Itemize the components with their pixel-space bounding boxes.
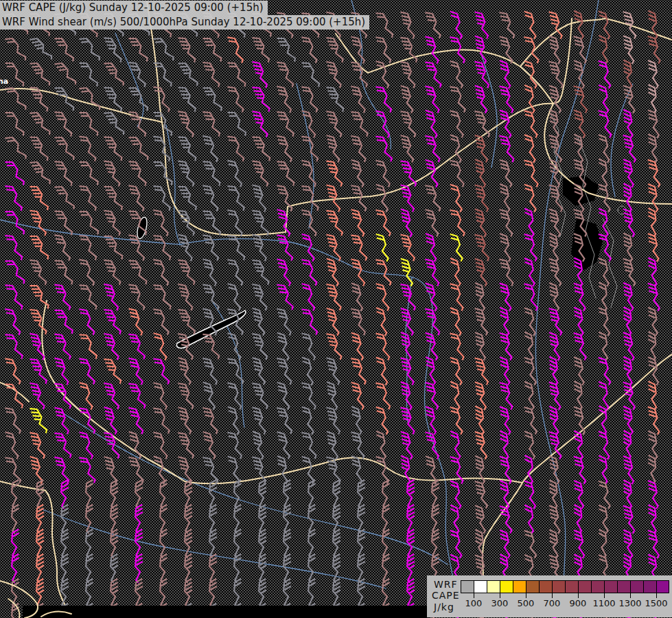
wind-barb xyxy=(277,109,294,139)
wind-barb xyxy=(5,282,23,312)
legend-tick-label: 300 xyxy=(486,598,513,608)
wind-barb xyxy=(500,381,513,411)
wind-barb xyxy=(178,109,194,139)
wind-barb xyxy=(258,505,267,534)
wind-barb xyxy=(5,35,27,63)
wind-barb xyxy=(104,282,119,312)
legend-tick-label: 1100 xyxy=(590,598,618,608)
wind-barb xyxy=(203,431,216,460)
wind-barb xyxy=(376,208,391,238)
wind-barb xyxy=(351,159,364,188)
wind-barb xyxy=(104,307,121,336)
wind-barb xyxy=(153,159,173,187)
wind-barb xyxy=(54,258,73,287)
wind-barb xyxy=(351,233,367,262)
wind-barb xyxy=(154,208,169,238)
wind-barb xyxy=(209,579,218,608)
wind-barb xyxy=(574,307,583,336)
wind-barb xyxy=(228,431,242,460)
wind-barb xyxy=(128,183,144,213)
wind-barb xyxy=(450,505,459,534)
wind-barb xyxy=(135,529,143,558)
wind-barb xyxy=(500,505,512,534)
wind-barb xyxy=(351,60,368,89)
wind-barb xyxy=(382,554,391,583)
wind-barb xyxy=(475,84,487,114)
wind-barb xyxy=(623,381,636,411)
wind-barb xyxy=(277,233,293,262)
wind-barb xyxy=(30,406,47,435)
wind-barb xyxy=(252,258,270,287)
wind-barb xyxy=(36,554,45,583)
wind-barb xyxy=(327,258,339,287)
wind-barb xyxy=(376,356,388,386)
wind-barb xyxy=(301,307,318,336)
wind-barb xyxy=(426,35,439,65)
wind-barb xyxy=(283,505,292,534)
wind-barb xyxy=(450,10,463,40)
wind-barb xyxy=(277,183,292,213)
wind-barb xyxy=(450,307,461,336)
wind-barb xyxy=(524,233,537,262)
wind-barb xyxy=(203,134,218,163)
wind-barb xyxy=(401,60,416,89)
wind-barb xyxy=(475,529,483,558)
wind-barb xyxy=(60,480,69,509)
legend-color-cell xyxy=(617,580,630,593)
wind-barb xyxy=(227,134,244,163)
wind-barb xyxy=(351,109,369,139)
wind-barb xyxy=(184,579,193,608)
wind-barb xyxy=(301,84,318,114)
wind-barb xyxy=(184,505,193,534)
wind-barb xyxy=(599,356,611,386)
wind-barb xyxy=(599,109,612,139)
wind-barb xyxy=(425,60,441,89)
wind-barb xyxy=(159,579,168,608)
wind-barb xyxy=(153,282,172,312)
wind-barb xyxy=(227,35,244,65)
wind-barb xyxy=(475,431,487,460)
wind-barb xyxy=(308,529,316,558)
wind-barb xyxy=(524,134,535,163)
wind-barb xyxy=(104,381,120,411)
wind-barb xyxy=(227,233,245,262)
river xyxy=(0,220,180,244)
country-border xyxy=(0,481,67,608)
wind-barb xyxy=(203,356,218,386)
wind-barb xyxy=(252,134,270,163)
legend-tick-label: 700 xyxy=(538,598,566,608)
wind-barb xyxy=(178,307,196,336)
map-title-windshear: WRF Wind shear (m/s) 500/1000hPa Sunday … xyxy=(0,15,369,30)
wind-barb xyxy=(79,159,99,187)
wind-barb xyxy=(623,233,632,262)
wind-barb xyxy=(79,109,99,138)
wind-barb xyxy=(153,356,170,386)
wind-barb xyxy=(178,381,194,411)
wind-barb xyxy=(500,183,509,213)
wind-barb xyxy=(30,60,51,89)
wind-barb xyxy=(500,233,511,262)
wind-barb xyxy=(500,109,511,139)
cape-legend: WRF CAPE J/kg 10030050070090011001300150… xyxy=(427,575,672,617)
wind-barb xyxy=(60,554,69,583)
wind-barb xyxy=(11,529,20,558)
wind-barb xyxy=(524,183,536,213)
wind-barb xyxy=(599,208,608,237)
wind-barb xyxy=(308,480,316,509)
wind-barb xyxy=(135,554,143,583)
wind-barb xyxy=(351,282,363,312)
wind-barb xyxy=(128,159,147,188)
wind-barb xyxy=(178,208,195,238)
wind-barb xyxy=(574,35,587,65)
wind-barb xyxy=(549,282,559,312)
wind-barb xyxy=(178,406,192,435)
wind-barb xyxy=(128,35,148,64)
wind-barb xyxy=(85,505,94,534)
wind-barb xyxy=(54,35,75,64)
wind-barb xyxy=(648,10,657,39)
wind-barb xyxy=(426,84,440,114)
wind-barb xyxy=(549,233,558,262)
wind-barb xyxy=(425,10,441,40)
legend-colorbar xyxy=(461,580,669,593)
wind-barb xyxy=(104,258,121,287)
